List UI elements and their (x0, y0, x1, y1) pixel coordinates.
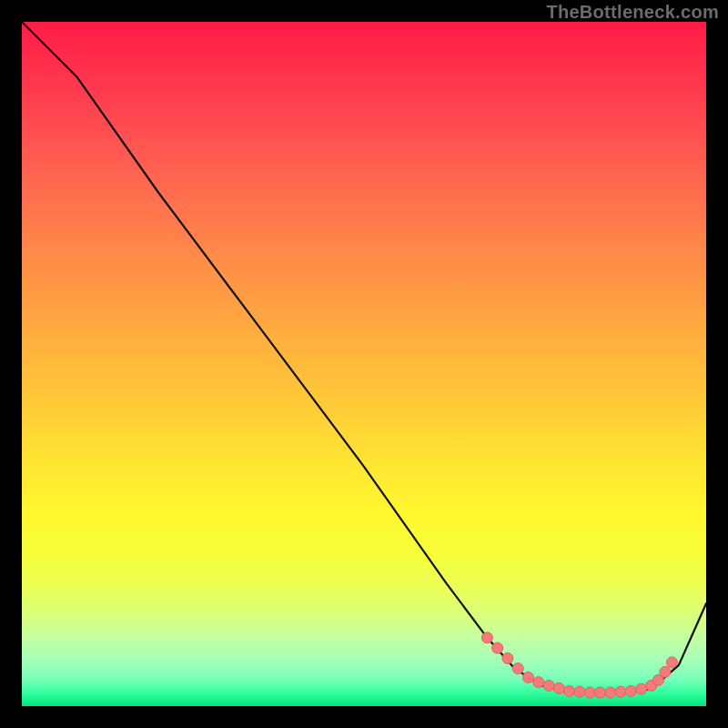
gradient-plot-area (22, 22, 706, 706)
chart-container: TheBottleneck.com (0, 0, 728, 728)
attribution-label: TheBottleneck.com (546, 2, 719, 23)
